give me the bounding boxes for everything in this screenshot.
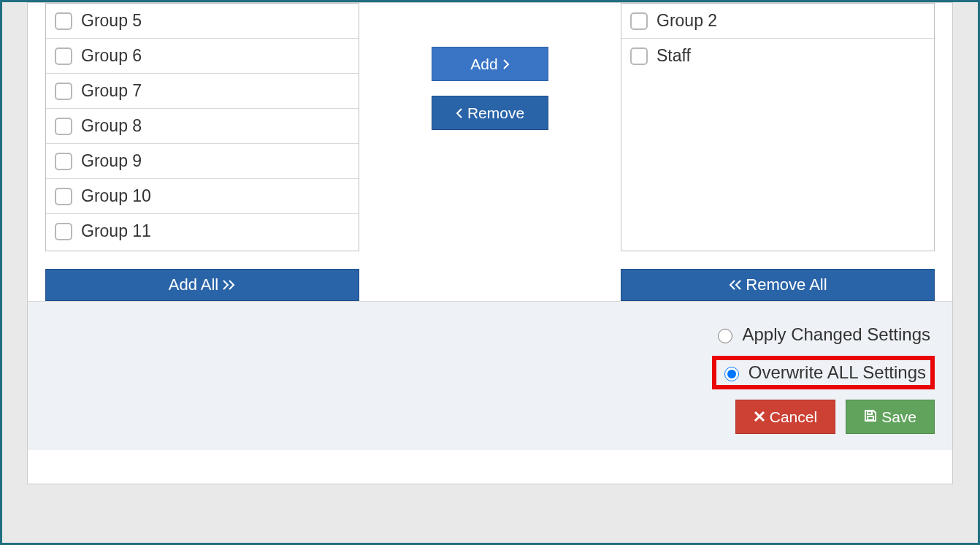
list-item-label: Group 6 [81,46,142,66]
action-buttons: Cancel Save [45,400,935,434]
checkbox[interactable] [630,47,648,65]
footer: Apply Changed Settings Overwrite ALL Set… [28,301,952,450]
list-item-label: Group 10 [81,186,151,206]
apply-changed-settings-radio[interactable] [718,329,732,343]
checkbox[interactable] [55,153,72,170]
selected-column: Group 2Staff Remove All [621,3,935,301]
group-transfer: Group 5Group 6Group 7Group 8Group 9Group… [28,3,952,301]
checkbox[interactable] [55,118,72,135]
list-item[interactable]: Group 11 [46,214,359,248]
add-label: Add [470,56,497,72]
save-icon [864,409,877,424]
list-item-label: Group 5 [81,11,142,31]
list-item[interactable]: Group 10 [46,179,359,214]
list-item[interactable]: Group 6 [46,39,359,74]
remove-all-label: Remove All [746,277,827,293]
apply-changed-settings-option[interactable]: Apply Changed Settings [710,322,935,347]
checkbox[interactable] [55,12,72,30]
add-all-button[interactable]: Add All [45,269,359,301]
list-item-label: Group 9 [81,151,142,171]
chevron-right-icon [502,56,510,72]
list-item[interactable]: Group 7 [46,74,359,109]
cancel-button[interactable]: Cancel [735,400,835,434]
available-groups-list[interactable]: Group 5Group 6Group 7Group 8Group 9Group… [45,3,359,251]
checkbox[interactable] [55,47,72,65]
checkbox[interactable] [55,188,72,205]
checkbox[interactable] [55,83,72,100]
list-item-label: Staff [656,46,691,66]
transfer-controls: Add Remove [359,3,621,130]
add-all-label: Add All [169,277,219,293]
viewport: Group 5Group 6Group 7Group 8Group 9Group… [0,0,980,545]
add-button[interactable]: Add [432,47,548,81]
settings-panel: Group 5Group 6Group 7Group 8Group 9Group… [27,2,953,484]
apply-changed-settings-label: Apply Changed Settings [742,324,930,345]
save-label: Save [881,409,916,424]
list-item-label: Group 2 [656,11,717,31]
checkbox[interactable] [55,223,72,240]
svg-rect-0 [868,416,873,420]
settings-mode-radios: Apply Changed Settings Overwrite ALL Set… [45,322,935,389]
close-icon [754,409,765,424]
remove-button[interactable]: Remove [432,96,548,130]
save-button[interactable]: Save [846,400,935,434]
list-item[interactable]: Group 9 [46,144,359,179]
overwrite-all-settings-option[interactable]: Overwrite ALL Settings [712,356,935,389]
available-column: Group 5Group 6Group 7Group 8Group 9Group… [45,3,359,301]
chevron-double-left-icon [728,277,741,293]
list-item[interactable]: Group 2 [621,4,934,39]
list-item[interactable]: Group 8 [46,109,359,144]
overwrite-all-settings-radio[interactable] [724,367,739,381]
chevron-double-right-icon [223,277,236,293]
list-item-label: Group 8 [81,116,142,136]
selected-groups-list[interactable]: Group 2Staff [621,3,935,251]
remove-label: Remove [467,105,524,121]
cancel-label: Cancel [770,409,817,424]
svg-rect-1 [868,411,872,414]
remove-all-button[interactable]: Remove All [621,269,935,301]
list-item-label: Group 11 [81,221,151,241]
overwrite-all-settings-label: Overwrite ALL Settings [749,362,926,383]
list-item[interactable]: Group 5 [46,4,359,39]
chevron-left-icon [456,105,463,121]
checkbox[interactable] [630,12,648,30]
list-item[interactable]: Staff [621,39,934,73]
list-item-label: Group 7 [81,81,142,101]
